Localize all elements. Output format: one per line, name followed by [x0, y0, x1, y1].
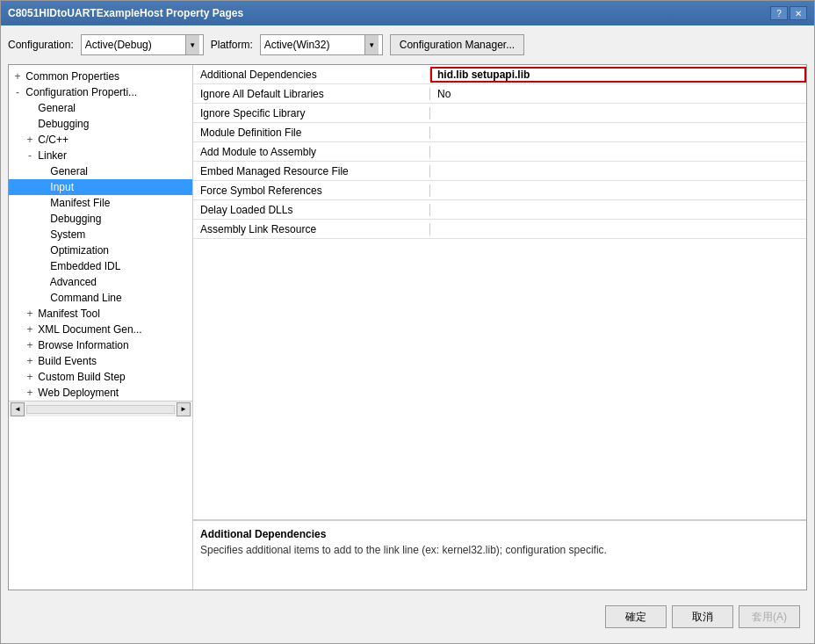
- property-name-force-symbol: Force Symbol References: [193, 185, 430, 197]
- bottom-bar: 確定 取消 套用(A): [8, 597, 807, 636]
- property-row-additional-deps[interactable]: Additional Dependencieshid.lib setupapi.…: [193, 65, 806, 84]
- tree-item-label: Advanced: [50, 276, 97, 288]
- tree-item-build-events[interactable]: + Build Events: [9, 353, 192, 369]
- tree-item-label: XML Document Gen...: [38, 323, 141, 336]
- title-bar-buttons: ? ✕: [770, 6, 807, 20]
- tree-item-debugging[interactable]: Debugging: [9, 116, 192, 132]
- platform-dropdown-arrow: ▼: [364, 35, 379, 54]
- config-row: Configuration: Active(Debug) ▼ Platform:…: [8, 33, 807, 57]
- tree-item-label: Manifest Tool: [38, 308, 99, 320]
- property-row-assembly-link[interactable]: Assembly Link Resource: [193, 220, 806, 239]
- property-name-embed-managed: Embed Managed Resource File: [193, 165, 430, 177]
- property-row-add-module[interactable]: Add Module to Assembly: [193, 142, 806, 162]
- tree-item-label: Web Deployment: [38, 387, 119, 399]
- description-title: Additional Dependencies: [200, 528, 799, 540]
- scrollbar-area: ◄ ►: [9, 401, 192, 416]
- expand-icon: +: [25, 339, 35, 351]
- tree-item-label: Debugging: [50, 213, 101, 225]
- property-name-delay-loaded: Delay Loaded DLLs: [193, 204, 430, 216]
- tree-item-label: Linker: [38, 149, 67, 162]
- config-manager-button[interactable]: Configuration Manager...: [390, 34, 524, 55]
- property-row-module-def[interactable]: Module Definition File: [193, 123, 806, 142]
- scroll-track[interactable]: [26, 405, 175, 414]
- property-rows: Additional Dependencieshid.lib setupapi.…: [193, 65, 806, 239]
- tree-item-label: Command Line: [50, 292, 121, 304]
- tree-item-linker-embedded[interactable]: Embedded IDL: [9, 258, 192, 274]
- expand-icon: -: [25, 149, 35, 162]
- tree-item-linker[interactable]: - Linker: [9, 148, 192, 163]
- tree-item-linker-advanced[interactable]: Advanced: [9, 274, 192, 290]
- title-bar: C8051HIDtoUARTExampleHost Property Pages…: [1, 1, 814, 25]
- tree-item-label: Browse Information: [38, 339, 128, 351]
- property-pages-window: C8051HIDtoUARTExampleHost Property Pages…: [0, 0, 815, 644]
- tree-item-linker-cmdline[interactable]: Command Line: [9, 290, 192, 306]
- tree-item-common-props[interactable]: + Common Properties: [9, 69, 192, 84]
- tree-item-general[interactable]: General: [9, 100, 192, 116]
- scroll-right-button[interactable]: ►: [177, 402, 191, 416]
- left-panel: + Common Properties- Configuration Prope…: [9, 65, 193, 590]
- property-row-delay-loaded[interactable]: Delay Loaded DLLs: [193, 200, 806, 220]
- main-area: + Common Properties- Configuration Prope…: [8, 64, 807, 590]
- tree-item-label: Build Events: [38, 355, 97, 367]
- tree-container: + Common Properties- Configuration Prope…: [9, 69, 192, 401]
- tree-item-label: System: [50, 228, 85, 241]
- tree-item-custom-build[interactable]: + Custom Build Step: [9, 369, 192, 385]
- help-button[interactable]: ?: [770, 6, 788, 20]
- scroll-left-button[interactable]: ◄: [11, 402, 25, 416]
- tree-item-linker-input[interactable]: Input: [9, 179, 192, 195]
- property-name-add-module: Add Module to Assembly: [193, 146, 430, 158]
- expand-icon: +: [25, 308, 35, 320]
- platform-value: Active(Win32): [264, 39, 330, 51]
- config-value: Active(Debug): [85, 39, 152, 51]
- tree-item-linker-debugging[interactable]: Debugging: [9, 211, 192, 227]
- platform-label: Platform:: [211, 39, 253, 51]
- tree-item-linker-opt[interactable]: Optimization: [9, 242, 192, 258]
- tree-item-cpp[interactable]: + C/C++: [9, 132, 192, 148]
- property-grid: Additional Dependencieshid.lib setupapi.…: [193, 65, 806, 519]
- property-value-ignore-all-default: No: [430, 88, 806, 100]
- property-name-additional-deps: Additional Dependencies: [193, 69, 430, 81]
- tree-item-xml-doc[interactable]: + XML Document Gen...: [9, 322, 192, 337]
- config-label: Configuration:: [8, 39, 74, 51]
- property-row-embed-managed[interactable]: Embed Managed Resource File: [193, 162, 806, 181]
- right-panel: Additional Dependencieshid.lib setupapi.…: [193, 65, 806, 590]
- expand-icon: +: [25, 387, 35, 399]
- tree-item-label: General: [38, 102, 76, 114]
- expand-icon: +: [25, 355, 35, 367]
- window-title: C8051HIDtoUARTExampleHost Property Pages: [8, 7, 243, 19]
- property-value-additional-deps: hid.lib setupapi.lib: [430, 67, 806, 83]
- property-row-ignore-specific[interactable]: Ignore Specific Library: [193, 104, 806, 123]
- tree-item-label: Common Properties: [25, 70, 119, 83]
- expand-icon: -: [12, 86, 23, 98]
- description-text: Specifies additional items to add to the…: [200, 544, 799, 556]
- expand-icon: +: [12, 70, 23, 83]
- platform-dropdown[interactable]: Active(Win32) ▼: [260, 34, 383, 55]
- tree-item-manifest-tool[interactable]: + Manifest Tool: [9, 306, 192, 322]
- property-name-module-def: Module Definition File: [193, 127, 430, 139]
- expand-icon: +: [25, 371, 35, 383]
- property-row-ignore-all-default[interactable]: Ignore All Default LibrariesNo: [193, 84, 806, 104]
- tree-item-browse-info[interactable]: + Browse Information: [9, 337, 192, 353]
- tree-item-label: Embedded IDL: [50, 260, 120, 272]
- close-button[interactable]: ✕: [790, 6, 807, 20]
- tree-item-label: General: [50, 165, 88, 177]
- tree-item-linker-manifest[interactable]: Manifest File: [9, 195, 192, 211]
- tree-item-label: Manifest File: [50, 197, 110, 209]
- tree-item-label: Custom Build Step: [38, 371, 125, 383]
- ok-button[interactable]: 確定: [605, 605, 667, 628]
- tree-item-web-deploy[interactable]: + Web Deployment: [9, 385, 192, 401]
- tree-item-label: Configuration Properti...: [25, 86, 137, 98]
- property-row-force-symbol[interactable]: Force Symbol References: [193, 181, 806, 200]
- tree-item-label: Input: [50, 181, 74, 193]
- property-name-ignore-all-default: Ignore All Default Libraries: [193, 88, 430, 100]
- tree-item-linker-system[interactable]: System: [9, 227, 192, 242]
- expand-icon: +: [25, 134, 35, 146]
- property-name-ignore-specific: Ignore Specific Library: [193, 107, 430, 119]
- apply-button[interactable]: 套用(A): [739, 605, 800, 628]
- expand-icon: +: [25, 323, 35, 336]
- config-dropdown[interactable]: Active(Debug) ▼: [81, 34, 204, 55]
- config-dropdown-arrow: ▼: [185, 35, 199, 54]
- tree-item-config-props[interactable]: - Configuration Properti...: [9, 84, 192, 100]
- tree-item-linker-general[interactable]: General: [9, 163, 192, 179]
- cancel-button[interactable]: 取消: [672, 605, 733, 628]
